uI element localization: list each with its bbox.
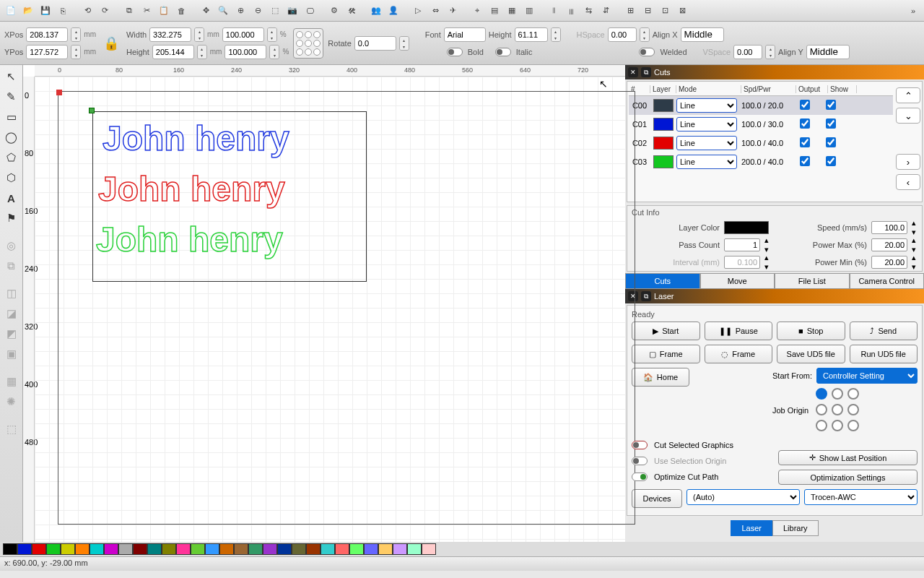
job-origin-grid[interactable] <box>816 388 860 433</box>
show-checkbox[interactable] <box>826 100 836 110</box>
hspace-input[interactable] <box>608 27 637 42</box>
marquee-icon[interactable]: ⬚ <box>267 3 283 19</box>
camera-icon[interactable]: 📷 <box>284 3 300 19</box>
arrange-1-icon[interactable]: ⊞ <box>622 3 638 19</box>
send-icon[interactable]: ✈ <box>445 3 461 19</box>
preview-icon[interactable]: ⬚ <box>3 420 20 438</box>
font-select[interactable] <box>444 27 486 42</box>
tab-camera[interactable]: Camera Control <box>850 274 925 289</box>
palette-swatch[interactable] <box>248 543 263 555</box>
undo-icon[interactable]: ⟲ <box>79 3 95 19</box>
vspace-input[interactable] <box>733 45 762 59</box>
new-icon[interactable]: 📄 <box>3 3 19 19</box>
show-checkbox[interactable] <box>826 156 836 166</box>
tab-laser[interactable]: Laser <box>731 520 772 536</box>
send-button[interactable]: ⤴ Send <box>850 322 918 340</box>
cuts-up-button[interactable]: ⌃ <box>896 87 920 103</box>
radial-icon[interactable]: ✺ <box>3 393 20 410</box>
cuts-row[interactable]: C01Line100.0 / 30.0 <box>629 115 893 134</box>
tools-icon[interactable]: 🛠 <box>344 3 359 19</box>
rotate-input[interactable] <box>354 36 396 51</box>
palette-swatch[interactable] <box>147 543 162 555</box>
palette-swatch[interactable] <box>292 543 306 555</box>
palette-swatch[interactable] <box>176 543 191 555</box>
width-input[interactable] <box>149 27 191 42</box>
pan-icon[interactable]: ✥ <box>198 3 214 19</box>
delete-icon[interactable]: 🗑 <box>173 3 189 19</box>
canvas-text-1[interactable]: John henry <box>103 118 289 158</box>
star-tool-icon[interactable]: ⬡ <box>3 169 20 186</box>
boolean-4-icon[interactable]: ▣ <box>3 345 20 363</box>
text-height-input[interactable] <box>515 27 548 42</box>
palette-swatch[interactable] <box>219 543 234 555</box>
cuts-row[interactable]: C03Line200.0 / 40.0 <box>629 152 893 171</box>
scale-h-input[interactable] <box>225 45 266 59</box>
ypos-spinner[interactable]: ▴▾ <box>71 45 81 59</box>
mode-select[interactable]: Line <box>676 98 737 113</box>
scale-w-input[interactable] <box>222 27 264 42</box>
ellipse-tool-icon[interactable]: ◯ <box>3 129 20 146</box>
cuts-close-icon[interactable]: ✕ <box>628 67 638 77</box>
lock-icon[interactable]: 🔒 <box>100 35 122 51</box>
union-icon[interactable]: ⧉ <box>3 257 20 275</box>
output-checkbox[interactable] <box>800 118 810 129</box>
redo-icon[interactable]: ⟳ <box>97 3 113 19</box>
devices-button[interactable]: Devices <box>632 489 682 508</box>
welded-toggle[interactable] <box>639 48 655 56</box>
cuts-row[interactable]: C02Line100.0 / 40.0 <box>629 134 893 152</box>
mirror-icon[interactable]: ⇔ <box>427 3 443 19</box>
arrange-4-icon[interactable]: ⊠ <box>674 3 690 19</box>
rect-tool-icon[interactable]: ▭ <box>3 108 20 126</box>
palette-swatch[interactable] <box>75 543 90 555</box>
tab-file-list[interactable]: File List <box>775 274 850 289</box>
power-max-input[interactable] <box>871 238 907 251</box>
dist-h-icon[interactable]: ⫴ <box>546 3 562 19</box>
frame-circle-button[interactable]: ◌ Frame <box>705 345 773 363</box>
palette-swatch[interactable] <box>191 543 205 555</box>
user-icon[interactable]: 👤 <box>385 3 401 19</box>
show-last-button[interactable]: ✛ Show Last Position <box>778 450 918 465</box>
gear-icon[interactable]: ⚙ <box>326 3 342 19</box>
palette-swatch[interactable] <box>118 543 133 555</box>
italic-toggle[interactable] <box>495 48 511 56</box>
optimize-toggle[interactable] <box>632 473 648 481</box>
palette-swatch[interactable] <box>378 543 393 555</box>
anchor-grid[interactable] <box>293 28 323 59</box>
palette-swatch[interactable] <box>61 543 75 555</box>
palette-swatch[interactable] <box>3 543 17 555</box>
flip-h-icon[interactable]: ⇆ <box>580 3 596 19</box>
grid-dots-icon[interactable]: ▦ <box>3 373 20 390</box>
location-tool-icon[interactable]: ⚑ <box>3 210 20 227</box>
align-center-icon[interactable]: ▦ <box>504 3 520 19</box>
text-tool-icon[interactable]: A <box>3 189 20 207</box>
target-icon[interactable]: ⌖ <box>469 3 485 19</box>
height-input[interactable] <box>152 45 194 59</box>
align-left-icon[interactable]: ▤ <box>487 3 502 19</box>
copy-icon[interactable]: ⧉ <box>121 3 137 19</box>
layer-color-swatch[interactable] <box>724 221 769 234</box>
pass-count-input[interactable] <box>724 238 760 251</box>
palette-swatch[interactable] <box>277 543 292 555</box>
save-icon[interactable]: 💾 <box>38 3 53 19</box>
mode-select[interactable]: Line <box>676 136 737 150</box>
show-checkbox[interactable] <box>826 137 836 147</box>
mode-select[interactable]: Line <box>676 155 737 169</box>
output-checkbox[interactable] <box>800 137 810 147</box>
monitor-icon[interactable]: 🖵 <box>302 3 318 19</box>
selection-handle[interactable] <box>89 108 95 113</box>
xpos-input[interactable] <box>26 27 68 42</box>
palette-swatch[interactable] <box>162 543 176 555</box>
xpos-spinner[interactable]: ▴▾ <box>71 27 81 42</box>
export-icon[interactable]: ⎘ <box>55 3 71 19</box>
palette-swatch[interactable] <box>46 543 61 555</box>
palette-swatch[interactable] <box>90 543 104 555</box>
tab-cuts[interactable]: Cuts <box>625 274 700 289</box>
select-tool-icon[interactable]: ↖ <box>3 68 20 85</box>
cut-selected-toggle[interactable] <box>632 441 648 449</box>
palette-swatch[interactable] <box>263 543 277 555</box>
speed-input[interactable] <box>871 221 907 234</box>
align-right-icon[interactable]: ▥ <box>521 3 537 19</box>
power-min-input[interactable] <box>871 256 907 269</box>
pause-button[interactable]: ❚❚ Pause <box>705 322 773 340</box>
polygon-tool-icon[interactable]: ⬠ <box>3 149 20 166</box>
